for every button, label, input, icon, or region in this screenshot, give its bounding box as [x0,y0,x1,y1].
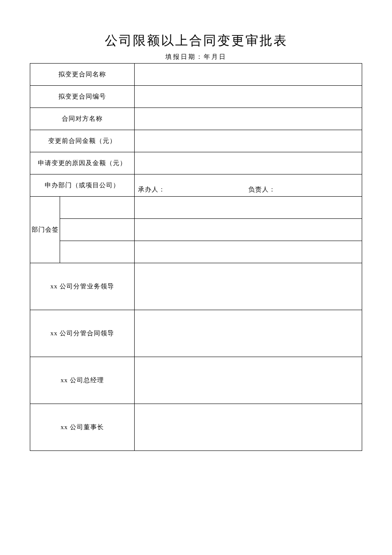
counterparty-value[interactable] [135,108,362,130]
dept-sign-3-label [60,241,135,263]
dept-sign-1-label [60,197,135,219]
fill-date-label: 填报日期：年月日 [30,53,362,61]
chairman-value[interactable] [135,404,362,451]
biz-leader-label: xx 公司分管业务领导 [30,263,135,310]
chairman-label: xx 公司董事长 [30,404,135,451]
applicant-dept-label: 申办部门（或项目公司） [30,174,135,197]
dept-sign-1-value[interactable] [135,197,362,219]
approval-table: 拟变更合同名称 拟变更合同编号 合同对方名称 变更前合同金额（元） 申请变更的原… [30,63,362,451]
gm-value[interactable] [135,357,362,404]
amount-before-label: 变更前合同金额（元） [30,130,135,152]
applicant-dept-value[interactable]: 承办人： 负责人： [135,174,362,197]
contract-no-label: 拟变更合同编号 [30,86,135,108]
contract-name-label: 拟变更合同名称 [30,64,135,86]
dept-sign-2-label [60,219,135,241]
dept-sign-label: 部门会签 [30,197,60,263]
gm-label: xx 公司总经理 [30,357,135,404]
responsible-label: 负责人： [248,186,276,193]
contract-leader-value[interactable] [135,310,362,357]
page-title: 公司限额以上合同变更审批表 [30,32,362,49]
dept-sign-2-value[interactable] [135,219,362,241]
contract-name-value[interactable] [135,64,362,86]
dept-sign-3-value[interactable] [135,241,362,263]
handler-label: 承办人： [138,186,165,193]
contract-leader-label: xx 公司分管合同领导 [30,310,135,357]
contract-no-value[interactable] [135,86,362,108]
amount-before-value[interactable] [135,130,362,152]
change-reason-label: 申请变更的原因及金额（元） [30,152,135,174]
biz-leader-value[interactable] [135,263,362,310]
counterparty-label: 合同对方名称 [30,108,135,130]
change-reason-value[interactable] [135,152,362,174]
